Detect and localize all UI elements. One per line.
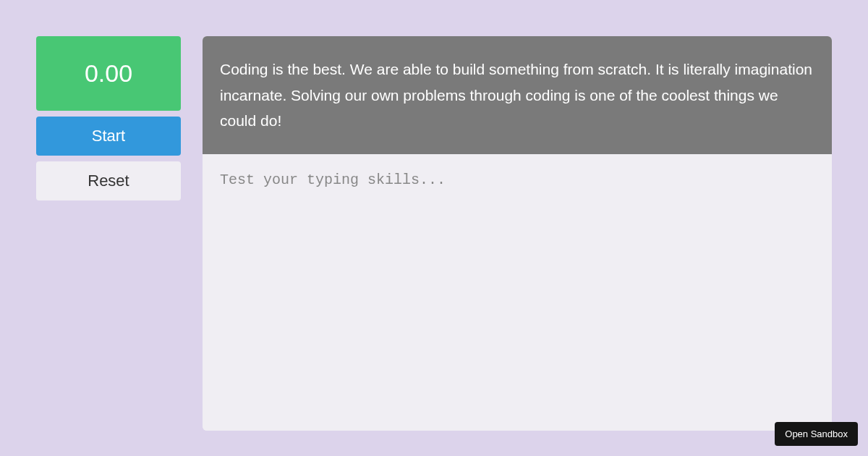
prompt-text: Coding is the best. We are able to build… [203,36,832,154]
controls-panel: 0.00 Start Reset [36,36,181,431]
start-button[interactable]: Start [36,117,181,156]
open-sandbox-button[interactable]: Open Sandbox [775,422,858,446]
reset-button[interactable]: Reset [36,161,181,200]
typing-panel: Coding is the best. We are able to build… [203,36,832,431]
timer-display: 0.00 [36,36,181,111]
typing-input[interactable] [203,154,832,431]
app-container: 0.00 Start Reset Coding is the best. We … [0,0,868,456]
